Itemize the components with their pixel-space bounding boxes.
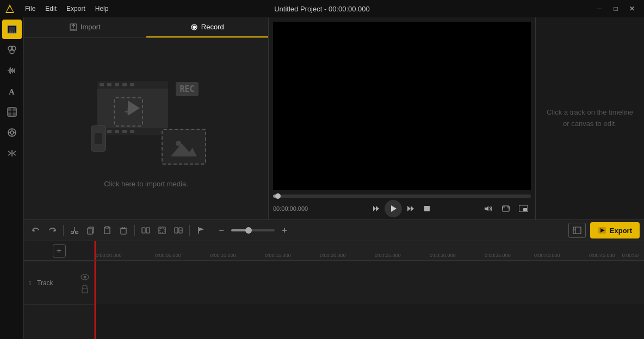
add-track-button[interactable]: + [53, 244, 66, 258]
ruler-mark-1: 0:00:05.000 [155, 253, 181, 258]
svg-rect-67 [160, 228, 164, 233]
svg-marker-45 [411, 206, 414, 211]
flag-button[interactable] [193, 223, 208, 238]
svg-rect-46 [424, 206, 430, 211]
svg-rect-4 [9, 27, 15, 31]
track-lock-button[interactable] [80, 284, 90, 294]
track-visibility-button[interactable] [80, 272, 90, 282]
paste-button[interactable] [100, 223, 115, 238]
player-controls: 00:00:00.000 [269, 190, 535, 219]
svg-rect-65 [146, 228, 150, 233]
tab-record[interactable]: Record [146, 17, 269, 37]
time-cursor-line [95, 261, 96, 339]
track-number: 1 [28, 280, 34, 286]
template-button[interactable] [568, 223, 586, 238]
svg-marker-52 [53, 229, 55, 231]
sidebar-item-media[interactable] [2, 20, 22, 39]
svg-rect-23 [8, 112, 11, 116]
ruler-mark-10: 0:00:50 [622, 253, 639, 258]
sidebar-item-audio[interactable] [2, 61, 22, 80]
properties-panel: Click a track on the timeline or canvas … [535, 17, 644, 219]
close-button[interactable]: ✕ [624, 2, 640, 15]
svg-rect-21 [8, 108, 11, 111]
fullscreen-button[interactable] [498, 201, 513, 216]
timeline-content: 0:00:00.000 0:00:05.000 0:00:10.000 0:00… [95, 241, 644, 339]
svg-marker-44 [407, 206, 411, 211]
ruler-marks: 0:00:00.000 0:00:05.000 0:00:10.000 0:00… [95, 241, 644, 260]
svg-marker-41 [373, 206, 376, 211]
svg-rect-5 [9, 32, 11, 33]
app-logo [4, 3, 15, 14]
undo-button[interactable] [28, 223, 44, 238]
ruler-mark-9: 0:00:45.000 [589, 253, 615, 258]
tab-import[interactable]: Import [24, 17, 146, 37]
svg-point-26 [10, 131, 14, 134]
stop-button[interactable] [419, 201, 435, 216]
playback-buttons [368, 200, 435, 217]
sidebar-item-text[interactable]: A [2, 81, 22, 101]
zoom-slider[interactable] [231, 229, 275, 231]
titlebar: File Edit Export Help Untitled Project -… [0, 0, 644, 17]
svg-rect-68 [175, 228, 178, 233]
ruler-mark-7: 0:00:35.000 [485, 253, 511, 258]
track-label: Track [37, 279, 77, 287]
redo-button[interactable] [45, 223, 60, 238]
top-section: Import Record [24, 17, 644, 219]
ruler-mark-0: 0:00:00.000 [96, 253, 122, 258]
toolbar: − + [24, 219, 644, 241]
import-text: Click here to import media. [104, 180, 188, 188]
ruler-mark-3: 0:00:15.000 [265, 253, 291, 258]
preview-panel: 00:00:00.000 [269, 17, 535, 219]
copy-button[interactable] [83, 223, 98, 238]
svg-rect-50 [523, 208, 527, 211]
add-track-row: + [24, 241, 94, 261]
sidebar-item-transitions[interactable] [2, 143, 22, 163]
media-import-area[interactable]: REC + [24, 38, 268, 219]
progress-bar[interactable] [273, 194, 531, 198]
window-controls: ─ □ ✕ [592, 2, 640, 15]
sidebar: A [0, 17, 24, 339]
maximize-button[interactable]: □ [608, 2, 623, 15]
time-display: 00:00:00.000 [273, 205, 322, 212]
split-button[interactable] [138, 223, 153, 238]
volume-button[interactable] [481, 201, 496, 216]
svg-rect-7 [14, 32, 15, 33]
svg-rect-61 [106, 227, 109, 228]
sidebar-item-effects[interactable] [2, 40, 22, 60]
minimize-button[interactable]: ─ [592, 2, 607, 15]
svg-point-37 [193, 26, 196, 29]
export-button[interactable]: Export [590, 222, 640, 238]
svg-rect-59 [88, 228, 92, 234]
right-controls [481, 201, 531, 216]
sidebar-item-stickers[interactable] [2, 123, 22, 142]
sidebar-item-templates[interactable] [2, 102, 22, 122]
skip-forward-button[interactable] [403, 201, 418, 216]
timeline-ruler[interactable]: 0:00:00.000 0:00:05.000 0:00:10.000 0:00… [95, 241, 644, 261]
menu-file[interactable]: File [21, 4, 40, 14]
svg-marker-47 [485, 206, 488, 211]
ruler-mark-4: 0:00:20.000 [320, 253, 346, 258]
cut-button[interactable] [67, 223, 82, 238]
ruler-mark-6: 0:00:30.000 [430, 253, 456, 258]
menu-export[interactable]: Export [62, 4, 90, 14]
svg-rect-24 [13, 112, 16, 116]
zoom-in-button[interactable]: + [277, 223, 292, 238]
play-button[interactable] [385, 200, 402, 217]
timeline: + 1 Track [24, 241, 644, 339]
svg-rect-6 [11, 32, 13, 33]
more-options-button[interactable] [171, 223, 186, 238]
menu-edit[interactable]: Edit [41, 4, 61, 14]
skip-back-button[interactable] [368, 201, 383, 216]
zoom-out-button[interactable]: − [214, 223, 229, 238]
svg-marker-43 [391, 205, 397, 212]
window-title: Untitled Project - 00:00:00.000 [274, 5, 370, 13]
pip-button[interactable] [516, 201, 531, 216]
svg-marker-42 [376, 206, 379, 211]
progress-thumb [275, 193, 281, 199]
import-graphic: REC + [86, 70, 206, 173]
delete-button[interactable] [116, 223, 131, 238]
svg-rect-72 [573, 227, 581, 234]
svg-rect-62 [121, 229, 126, 234]
menu-help[interactable]: Help [91, 4, 113, 14]
crop-button[interactable] [154, 223, 170, 238]
